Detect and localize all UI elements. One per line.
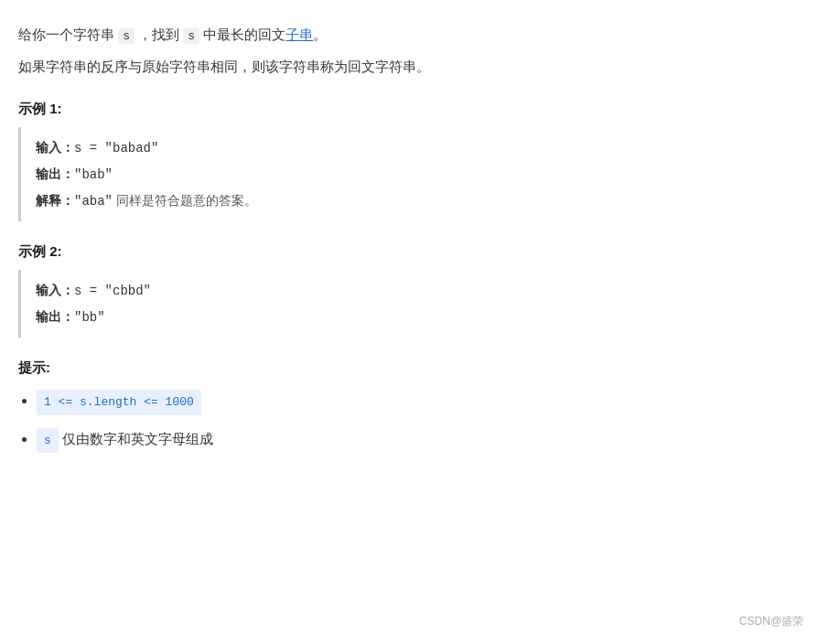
example2-input-label: 输入： — [36, 283, 74, 297]
intro-suffix-post: 。 — [313, 27, 327, 42]
hint-text-2: 仅由数字和英文字母组成 — [59, 431, 213, 446]
intro-line2: 如果字符串的反序与原始字符串相同，则该字符串称为回文字符串。 — [18, 54, 800, 79]
watermark: CSDN@盛荣 — [739, 614, 803, 629]
example1-output-value: "bab" — [74, 167, 113, 182]
example2-output-line: 输出："bb" — [36, 304, 785, 330]
hint-code-1: 1 <= s.length <= 1000 — [37, 390, 201, 414]
example1-explain-value: "aba" — [74, 194, 113, 209]
example1-title: 示例 1: — [18, 101, 800, 118]
example2-input-value: s = "cbbd" — [74, 284, 151, 298]
example1-input-line: 输入：s = "babad" — [36, 134, 785, 161]
example2-output-value: "bb" — [74, 310, 105, 325]
intro-suffix-pre: 中最长的回文 — [199, 27, 285, 42]
example1-output-label: 输出： — [36, 166, 74, 181]
hints-section: 提示: 1 <= s.length <= 1000 s 仅由数字和英文字母组成 — [18, 360, 800, 453]
intro-middle: ，找到 — [135, 27, 183, 42]
hints-list: 1 <= s.length <= 1000 s 仅由数字和英文字母组成 — [18, 388, 800, 453]
hints-title: 提示: — [18, 360, 800, 377]
example1-section: 示例 1: 输入：s = "babad" 输出："bab" 解释："aba" 同… — [18, 101, 800, 221]
hint-item-2: s 仅由数字和英文字母组成 — [37, 426, 800, 453]
s-code-1: s — [118, 28, 135, 44]
hint-item-1: 1 <= s.length <= 1000 — [37, 388, 800, 414]
s-code-2: s — [183, 28, 199, 44]
example2-title: 示例 2: — [18, 243, 800, 261]
palindrome-link[interactable]: 子串 — [285, 27, 313, 42]
example1-block: 输入：s = "babad" 输出："bab" 解释："aba" 同样是符合题意… — [18, 127, 800, 221]
intro-prefix: 给你一个字符串 — [18, 27, 118, 42]
example1-explain-suffix: 同样是符合题意的答案。 — [113, 193, 257, 208]
example2-input-line: 输入：s = "cbbd" — [36, 277, 785, 304]
example1-output-line: 输出："bab" — [36, 161, 785, 188]
example1-input-value: s = "babad" — [74, 141, 158, 156]
hint-code-2: s — [37, 428, 59, 453]
example1-explain-line: 解释："aba" 同样是符合题意的答案。 — [36, 188, 785, 214]
example2-block: 输入：s = "cbbd" 输出："bb" — [18, 270, 800, 338]
intro-line1: 给你一个字符串 s ，找到 s 中最长的回文子串。 — [18, 22, 800, 47]
example2-section: 示例 2: 输入：s = "cbbd" 输出："bb" — [18, 243, 800, 338]
example1-input-label: 输入： — [36, 140, 74, 155]
example2-output-label: 输出： — [36, 309, 74, 324]
example1-explain-label: 解释： — [36, 193, 74, 208]
